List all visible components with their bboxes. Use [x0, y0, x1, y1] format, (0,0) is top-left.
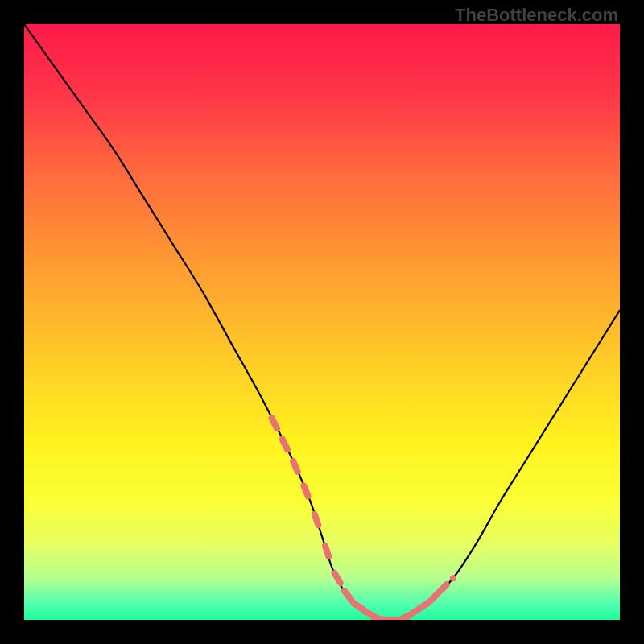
svg-line-4	[303, 485, 308, 496]
chart-curve	[24, 24, 620, 620]
svg-line-3	[293, 461, 298, 472]
chart-frame	[24, 24, 620, 620]
svg-line-1	[272, 419, 277, 429]
svg-line-7	[335, 573, 341, 583]
watermark-label: TheBottleneck.com	[455, 5, 618, 26]
svg-line-17	[439, 584, 447, 592]
svg-line-16	[428, 595, 436, 603]
svg-line-2	[283, 440, 287, 450]
svg-line-5	[315, 514, 318, 525]
svg-line-15	[417, 604, 427, 610]
svg-line-8	[345, 591, 351, 600]
svg-line-6	[325, 546, 328, 556]
